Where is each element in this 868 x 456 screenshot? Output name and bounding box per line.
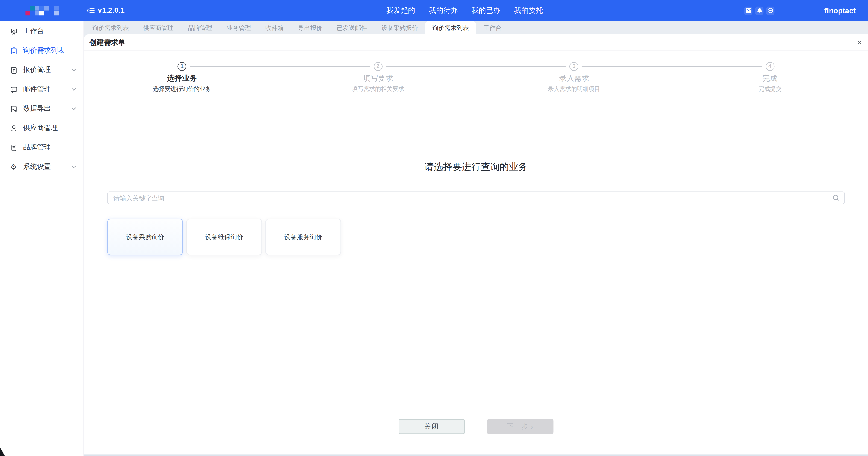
card-label: 设备维保询价 [205, 233, 243, 241]
tab-export-quotes[interactable]: 导出报价 [291, 21, 330, 34]
next-step-label: 下一步 [507, 422, 528, 431]
sidebar-item-system-settings[interactable]: ⚙ 系统设置 [0, 157, 83, 177]
nav-item-initiated[interactable]: 我发起的 [386, 0, 415, 21]
app-logo [25, 6, 60, 16]
step-title: 完成 [763, 74, 777, 84]
app-version: v1.2.0.1 [98, 0, 125, 21]
tab-equipment-purchase-quote[interactable]: 设备采购报价 [374, 21, 425, 34]
sidebar-item-label: 系统设置 [23, 162, 51, 172]
data-export-icon [9, 105, 18, 113]
chevron-right-icon: › [531, 423, 534, 430]
quote-management-icon [9, 66, 18, 74]
inquiry-list-icon [9, 47, 18, 55]
step-1-select-business: 1 选择业务 选择要进行询价的业务 [84, 62, 280, 93]
username[interactable]: finoptact [824, 6, 856, 15]
sidebar-item-label: 供应商管理 [23, 123, 58, 133]
panel-header: 创建需求单 × [84, 34, 868, 51]
step-number-badge: 3 [570, 62, 579, 71]
step-description: 填写需求的相关要求 [352, 85, 404, 93]
step-title: 录入需求 [559, 74, 589, 84]
step-description: 录入需求的明细项目 [548, 85, 600, 93]
tab-supplier-management[interactable]: 供应商管理 [136, 21, 181, 34]
close-icon[interactable]: × [857, 34, 862, 51]
system-settings-icon: ⚙ [9, 163, 18, 171]
workbench-icon [9, 27, 18, 35]
sidebar-item-brand-management[interactable]: 品牌管理 [0, 138, 83, 157]
panel-title: 创建需求单 [84, 38, 126, 47]
chevron-down-icon [71, 87, 76, 92]
close-button[interactable]: 关闭 [399, 419, 465, 434]
sidebar-item-inquiry-list[interactable]: 询价需求列表 [0, 41, 83, 60]
navbar-menu: 我发起的 我的待办 我的已办 我的委托 [386, 0, 543, 21]
tab-workbench[interactable]: 工作台 [476, 21, 509, 34]
step-number-badge: 1 [178, 62, 186, 71]
search-icon [833, 194, 840, 201]
tab-sent-mail[interactable]: 已发送邮件 [330, 21, 374, 34]
step-number-badge: 4 [766, 62, 774, 71]
sidebar-item-label: 数据导出 [23, 104, 51, 113]
step-number-badge: 2 [374, 62, 382, 71]
create-demand-panel: 创建需求单 × 1 选择业务 选择要进行询价的业务 2 填写要求 [84, 34, 868, 456]
bottom-edge-strip [84, 454, 868, 456]
select-business-prompt: 请选择要进行查询的业务 [84, 161, 868, 173]
sidebar: 工作台 询价需求列表 报价管理 [0, 21, 84, 456]
top-navbar: v1.2.0.1 我发起的 我的待办 我的已办 我的委托 [0, 0, 868, 21]
sidebar-item-label: 报价管理 [23, 65, 51, 75]
step-2-fill-requirements: 2 填写要求 填写需求的相关要求 [280, 62, 476, 93]
business-option-cards: 设备采购询价 设备维保询价 设备服务询价 [107, 219, 845, 255]
sidebar-item-quote-management[interactable]: 报价管理 [0, 60, 83, 80]
mouse-cursor [0, 447, 5, 456]
tab-brand-management[interactable]: 品牌管理 [181, 21, 220, 34]
steps-indicator: 1 选择业务 选择要进行询价的业务 2 填写要求 填写需求的相关要求 3 录入需… [84, 62, 868, 93]
tab-inquiry-list-active[interactable]: 询价需求列表 [425, 21, 476, 34]
keyword-search-input[interactable] [107, 192, 845, 204]
nav-item-delegated[interactable]: 我的委托 [514, 0, 543, 21]
step-description: 完成提交 [758, 85, 782, 93]
step-3-enter-demand: 3 录入需求 录入需求的明细项目 [476, 62, 672, 93]
sidebar-item-label: 工作台 [23, 27, 44, 36]
mail-icon[interactable] [744, 6, 752, 15]
nav-item-done[interactable]: 我的已办 [471, 0, 500, 21]
sidebar-item-label: 邮件管理 [23, 85, 51, 94]
content-area: 询价需求列表 供应商管理 品牌管理 业务管理 收件箱 导出报价 已发送邮件 设备… [84, 21, 868, 456]
chat-icon[interactable] [766, 6, 774, 15]
brand-management-icon [9, 143, 18, 152]
wizard-footer: 关闭 下一步 › [84, 419, 868, 434]
chevron-down-icon [71, 106, 76, 111]
sidebar-item-data-export[interactable]: 数据导出 [0, 99, 83, 119]
tab-business-management[interactable]: 业务管理 [220, 21, 258, 34]
card-equipment-service-inquiry[interactable]: 设备服务询价 [266, 219, 341, 255]
step-description: 选择要进行询价的业务 [153, 85, 211, 93]
menu-fold-icon[interactable] [86, 6, 95, 15]
tab-inbox[interactable]: 收件箱 [258, 21, 291, 34]
nav-item-todo[interactable]: 我的待办 [429, 0, 458, 21]
next-step-button[interactable]: 下一步 › [487, 419, 553, 434]
card-label: 设备服务询价 [284, 233, 322, 241]
navbar-actions: finoptact [744, 0, 856, 21]
step-title: 填写要求 [363, 74, 393, 84]
card-equipment-purchase-inquiry[interactable]: 设备采购询价 [107, 219, 183, 255]
mail-management-icon [9, 85, 18, 94]
sidebar-item-label: 品牌管理 [23, 143, 51, 152]
sidebar-item-mail-management[interactable]: 邮件管理 [0, 80, 83, 99]
open-tabs-bar: 询价需求列表 供应商管理 品牌管理 业务管理 收件箱 导出报价 已发送邮件 设备… [84, 21, 868, 34]
step-title: 选择业务 [167, 74, 197, 84]
sidebar-item-workbench[interactable]: 工作台 [0, 22, 83, 41]
keyword-search-row [107, 192, 845, 204]
card-label: 设备采购询价 [126, 233, 164, 241]
card-equipment-maintenance-inquiry[interactable]: 设备维保询价 [186, 219, 262, 255]
chevron-down-icon [71, 165, 76, 170]
sidebar-item-supplier-management[interactable]: 供应商管理 [0, 119, 83, 138]
app-root: v1.2.0.1 我发起的 我的待办 我的已办 我的委托 [0, 0, 868, 456]
tab-inquiry-list[interactable]: 询价需求列表 [85, 21, 136, 34]
chevron-down-icon [71, 67, 76, 73]
bell-icon[interactable] [755, 6, 764, 15]
sidebar-item-label: 询价需求列表 [23, 46, 65, 55]
step-4-complete: 4 完成 完成提交 [672, 62, 868, 93]
supplier-management-icon [9, 124, 18, 133]
